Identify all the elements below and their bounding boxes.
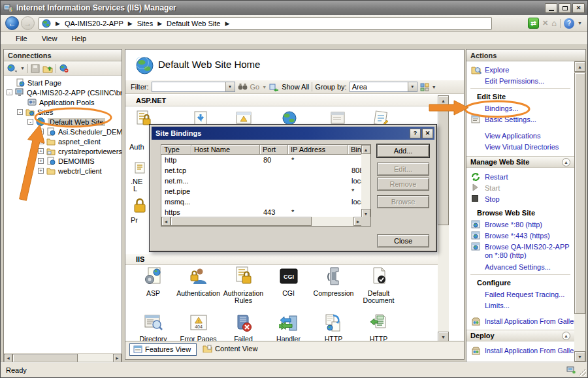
binding-row-netpipe[interactable]: net.pipe * [161,186,370,197]
tree-item-aspnet-client[interactable]: + aspnet_client [4,136,122,146]
refresh-icon[interactable]: ⇄ [528,18,539,29]
action-stop[interactable]: Stop [466,193,574,204]
filter-input[interactable]: ▼ [152,82,235,92]
forward-button[interactable]: → [21,16,35,30]
column-port[interactable]: Port [260,145,288,155]
feature-compression[interactable]: Compression [311,266,356,297]
tree-item-sites[interactable]: - Sites [4,107,122,117]
scroll-left-icon[interactable]: ◄ [4,354,12,362]
action-limits[interactable]: Limits... [466,300,574,311]
feature-error-pages[interactable]: ! 404 Error Pages [176,313,221,342]
create-connection-icon[interactable] [7,64,18,73]
tree-item-crystalreportviewers[interactable]: + crystalreportviewers [4,146,122,156]
help-icon[interactable]: ? [564,18,574,29]
back-button[interactable]: ← [5,16,19,30]
disconnect-icon[interactable] [59,64,69,73]
view-layout-icon[interactable] [420,83,429,91]
column-ip-address[interactable]: IP Address [288,145,348,155]
feature-authentication[interactable]: Authentication [176,266,221,297]
action-view-virtual-directories[interactable]: View Virtual Directories [466,141,574,152]
feature-failed-request-tracing[interactable]: Failed Request Tracing Rules [221,313,266,342]
scroll-down-icon[interactable]: ▼ [574,351,585,362]
tree-item-webctrl-client[interactable]: + webctrl_client [4,166,122,176]
list-horizontal-scrollbar[interactable]: ◄ ► [161,217,363,226]
tree-item-default-web-site[interactable]: - Default Web Site [4,117,122,127]
resize-grip[interactable] [578,368,586,376]
group-by-select[interactable]: Area ▼ [350,82,417,92]
menu-file[interactable]: File [8,33,35,44]
collapse-chevron-icon[interactable]: ▲ [562,332,570,340]
action-restart[interactable]: Restart [466,171,574,182]
content-scrollbar[interactable]: ▲ ▼ [438,95,449,342]
minimize-button[interactable] [545,3,557,13]
action-install-gallery[interactable]: Install Application From Gallery [466,315,574,326]
expand-box[interactable]: + [38,129,44,134]
menu-help[interactable]: Help [64,33,93,44]
action-browse-80[interactable]: Browse *:80 (http) [466,219,574,230]
tree-item-asi-scheduler[interactable]: + Asi.Scheduler_DEMO [4,127,122,136]
collapse-box[interactable]: - [27,119,33,125]
action-basic-settings[interactable]: Basic Settings... [466,114,574,125]
list-vertical-scrollbar[interactable]: ▲ ▼ [361,145,370,218]
expand-box[interactable]: + [38,138,44,144]
feature-default-document[interactable]: Default Document [356,266,401,304]
tab-features-view[interactable]: Features View [129,343,197,356]
chevron-down-icon[interactable]: ▼ [408,82,417,91]
chevron-down-icon[interactable]: ▼ [432,85,436,89]
show-all-button[interactable]: Show All [282,83,309,91]
binding-row-http[interactable]: http 80* [161,155,370,165]
scroll-left-icon[interactable]: ◄ [161,217,171,226]
action-bindings[interactable]: Bindings... [466,102,574,114]
feature-http-redirect[interactable]: HTTP Redirect [311,313,356,342]
dialog-close-icon[interactable]: ✕ [422,129,433,138]
binding-row-https[interactable]: https 443* [161,207,370,217]
scrollbar-thumb[interactable] [12,354,78,362]
action-view-applications[interactable]: View Applications [466,130,574,141]
expand-box[interactable]: + [38,158,44,164]
lock-icon[interactable] [133,198,147,213]
scroll-up-icon[interactable]: ▲ [361,145,370,154]
breadcrumb[interactable]: ▶ QA-IMIS20-2-APP ▶ Sites ▶ Default Web … [39,17,492,30]
action-browse-443[interactable]: Browse *:443 (https) [466,230,574,241]
feature-authorization-rules[interactable]: Authorization Rules [221,266,266,304]
add-button[interactable]: Add... [377,144,429,157]
actions-group-manage-web-site[interactable]: Manage Web Site ▲ [466,156,574,168]
expand-box[interactable]: + [38,168,44,174]
collapse-box[interactable]: - [17,109,23,115]
expand-box[interactable]: + [38,148,44,154]
binding-row-netmsmq[interactable]: net.m... loca [161,176,370,186]
action-advanced-settings[interactable]: Advanced Settings... [466,261,574,272]
binding-row-nettcp[interactable]: net.tcp 808 [161,165,370,176]
chevron-down-icon[interactable]: ▼ [225,82,235,91]
feature-asp[interactable]: ASP [131,266,176,297]
scroll-up-icon[interactable]: ▲ [574,61,585,72]
scrollbar-thumb[interactable] [438,106,449,225]
close-dialog-button[interactable]: Close [377,234,429,247]
horizontal-scrollbar[interactable]: ◄ ► [4,353,122,362]
tab-content-view[interactable]: Content View [199,343,263,354]
action-install-gallery-2[interactable]: Install Application From Gallery [466,345,574,356]
action-explore[interactable]: Explore [466,64,574,75]
binding-row-msmq[interactable]: msmq... loca [161,197,370,207]
tree-item-application-pools[interactable]: Application Pools [4,97,122,107]
tree-item-demoimis[interactable]: + DEMOIMIS [4,156,122,166]
actions-group-deploy[interactable]: Deploy ▲ [466,330,574,341]
scrollbar-thumb[interactable] [171,217,312,226]
feature-http-response-headers[interactable]: HTTP Response Headers [356,313,401,342]
scrollbar-thumb[interactable] [574,72,585,314]
breadcrumb-item-sites[interactable]: Sites [137,20,153,27]
dialog-help-icon[interactable]: ? [410,129,421,138]
scroll-up-icon[interactable]: ▲ [438,95,449,106]
aspnet-feature-icon[interactable] [134,161,147,174]
chevron-down-icon[interactable]: ▼ [578,21,582,25]
column-host-name[interactable]: Host Name [191,145,260,155]
up-folder-icon[interactable] [42,64,53,73]
dialog-title-bar[interactable]: Site Bindings ? ✕ [152,127,434,140]
maximize-button[interactable] [559,3,571,13]
chevron-down-icon[interactable]: ▼ [20,66,25,71]
action-browse-qa[interactable]: Browse QA-IMIS20-2-APP on *:80 (http) [466,241,574,261]
action-edit-permissions[interactable]: Edit Permissions... [466,75,574,86]
actions-scrollbar[interactable]: ▲ ▼ [574,61,585,362]
breadcrumb-item-default-web-site[interactable]: Default Web Site [167,20,220,27]
collapse-chevron-icon[interactable]: ▲ [562,158,570,166]
